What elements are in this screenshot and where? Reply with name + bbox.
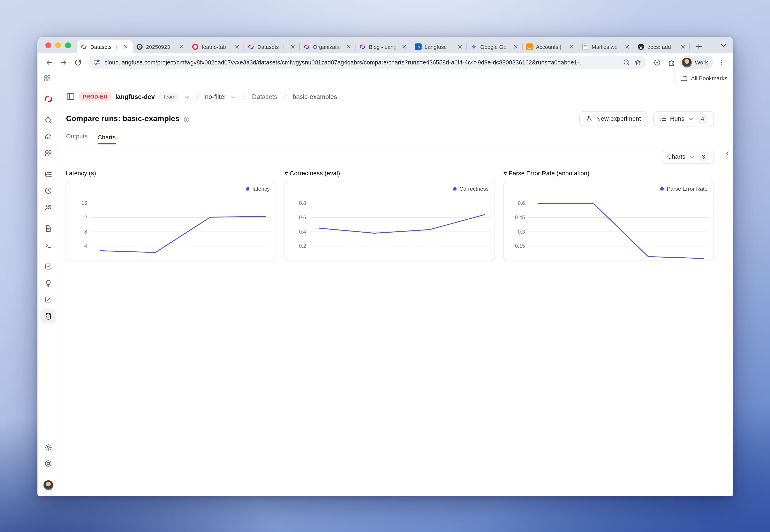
tab-close-icon[interactable] (512, 43, 519, 50)
browser-tab[interactable]: Google Ge (467, 40, 523, 53)
charts-dropdown-button[interactable]: Charts 3 (662, 150, 714, 164)
maximize-window-button[interactable] (65, 42, 71, 48)
tab-close-icon[interactable] (289, 43, 296, 50)
tab-close-icon[interactable] (122, 43, 129, 50)
tab-close-icon[interactable] (233, 43, 241, 50)
support-lifebuoy-icon[interactable] (41, 457, 55, 470)
tab-title: 20250923 (146, 44, 174, 49)
datasets-database-icon[interactable] (41, 309, 55, 323)
chart-card: 0.60.450.30.15 Parse Error Rate (503, 181, 714, 261)
view-tabs: Outputs Charts (59, 130, 733, 144)
search-icon[interactable] (41, 114, 55, 126)
tab-close-icon[interactable] (345, 43, 352, 50)
browser-tab[interactable]: Marlies we (578, 40, 634, 53)
line-chart: 0.80.60.40.2 (285, 181, 494, 260)
browser-tab[interactable]: Datasets | l (244, 40, 300, 53)
tracing-icon[interactable] (41, 168, 55, 181)
langfuse-logo-icon[interactable] (41, 93, 55, 105)
extensions-puzzle-icon[interactable] (665, 56, 678, 69)
runs-dropdown-button[interactable]: Runs 4 (653, 111, 714, 126)
sessions-clock-icon[interactable] (41, 184, 55, 197)
tab-close-icon[interactable] (679, 43, 686, 50)
all-bookmarks-label: All Bookmarks (691, 75, 727, 81)
minimize-window-button[interactable] (55, 42, 61, 48)
prompts-file-icon[interactable] (41, 222, 55, 235)
settings-gear-icon[interactable] (41, 441, 55, 454)
tab-search-chevron-icon[interactable] (719, 41, 728, 50)
langfuse-favicon-icon (248, 43, 255, 50)
insights-lightbulb-icon[interactable] (41, 277, 55, 290)
evaluations-check-icon[interactable] (41, 260, 55, 273)
langfuse-favicon-icon (303, 43, 310, 50)
browser-tab-strip: Datasets | l 20250923 feat(io-tab Datase… (37, 37, 733, 53)
tab-title: Marlies we (592, 44, 620, 49)
expand-panel-chevron-icon[interactable] (723, 149, 732, 158)
svg-text:4: 4 (84, 243, 87, 249)
svg-text:0.8: 0.8 (299, 200, 306, 206)
bookmark-star-icon[interactable] (634, 59, 642, 66)
browser-menu-kebab-icon[interactable] (715, 56, 728, 69)
chart-block-parse-error-rate: # Parse Error Rate (annotation) 0.60.450… (503, 169, 714, 261)
browser-tab[interactable]: Datasets | l (77, 40, 132, 53)
app-sidebar (37, 85, 59, 496)
breadcrumb: PROD-EU langfuse-dev Team no-filter Data… (59, 85, 733, 108)
browser-profile-chip[interactable]: Work (680, 56, 713, 69)
chart-title: # Parse Error Rate (annotation) (503, 170, 714, 177)
sidebar-toggle-icon[interactable] (66, 92, 75, 101)
langfuse-app: PROD-EU langfuse-dev Team no-filter Data… (37, 85, 733, 496)
tab-close-icon[interactable] (177, 43, 185, 50)
svg-text:0.15: 0.15 (515, 243, 525, 249)
svg-text:8: 8 (84, 229, 87, 235)
apps-grid-icon[interactable] (43, 74, 51, 82)
browser-tab[interactable]: 20250923 (133, 40, 188, 53)
breadcrumb-slash-icon (194, 93, 201, 100)
page-header: Compare runs: basic-examples New experim… (59, 108, 733, 130)
extension-circle-icon[interactable] (651, 56, 664, 69)
tab-charts[interactable]: Charts (98, 134, 116, 144)
chevron-down-icon[interactable] (230, 93, 237, 100)
tab-title: Datasets | l (90, 44, 119, 49)
chevron-down-icon[interactable] (183, 93, 189, 100)
reload-icon[interactable] (71, 56, 84, 69)
users-icon[interactable] (41, 201, 55, 214)
linkedin-favicon-icon: in (415, 43, 422, 50)
svg-text:0.45: 0.45 (515, 214, 525, 220)
zoom-icon[interactable] (623, 59, 630, 66)
tab-close-icon[interactable] (567, 43, 575, 50)
tab-outputs[interactable]: Outputs (66, 133, 88, 144)
user-avatar[interactable] (43, 480, 53, 490)
new-tab-button[interactable] (693, 40, 705, 52)
tab-title: Datasets | l (258, 44, 286, 49)
browser-tabs: Datasets | l 20250923 feat(io-tab Datase… (77, 37, 713, 53)
browser-tab[interactable]: Organizatio (300, 40, 355, 53)
chevron-down-icon (688, 116, 694, 122)
site-settings-icon[interactable] (93, 59, 101, 66)
forward-icon[interactable] (57, 56, 70, 69)
close-window-button[interactable] (45, 42, 51, 48)
browser-tab[interactable]: Blog - Lang (355, 40, 411, 53)
tab-close-icon[interactable] (456, 43, 463, 50)
org-role-badge: Team (159, 92, 179, 101)
home-icon[interactable] (41, 130, 55, 143)
dashboards-icon[interactable] (41, 147, 55, 159)
breadcrumb-datasets-link[interactable]: Datasets (252, 93, 277, 100)
all-bookmarks[interactable]: All Bookmarks (674, 74, 727, 82)
back-icon[interactable] (42, 56, 56, 69)
tab-close-icon[interactable] (400, 43, 408, 50)
info-icon[interactable] (183, 116, 190, 122)
browser-tab[interactable]: in Langfuse (411, 40, 467, 53)
list-icon (660, 115, 667, 122)
browser-tab[interactable]: docs: add (634, 40, 690, 53)
address-bar[interactable]: cloud.langfuse.com/project/cmfwgv8fx002o… (88, 56, 647, 69)
annotations-pen-icon[interactable] (41, 293, 55, 306)
browser-tab[interactable]: Accounts | (523, 40, 578, 53)
project-name[interactable]: no-filter (205, 93, 227, 100)
playground-terminal-icon[interactable] (41, 239, 55, 252)
flask-icon (586, 115, 593, 122)
browser-tab[interactable]: feat(io-tab (188, 40, 244, 53)
new-experiment-button[interactable]: New experiment (580, 111, 647, 126)
organization-name[interactable]: langfuse-dev (115, 93, 155, 100)
tab-close-icon[interactable] (623, 43, 631, 50)
runs-count-badge: 4 (698, 114, 708, 124)
tab-title: Blog - Lang (369, 44, 397, 49)
